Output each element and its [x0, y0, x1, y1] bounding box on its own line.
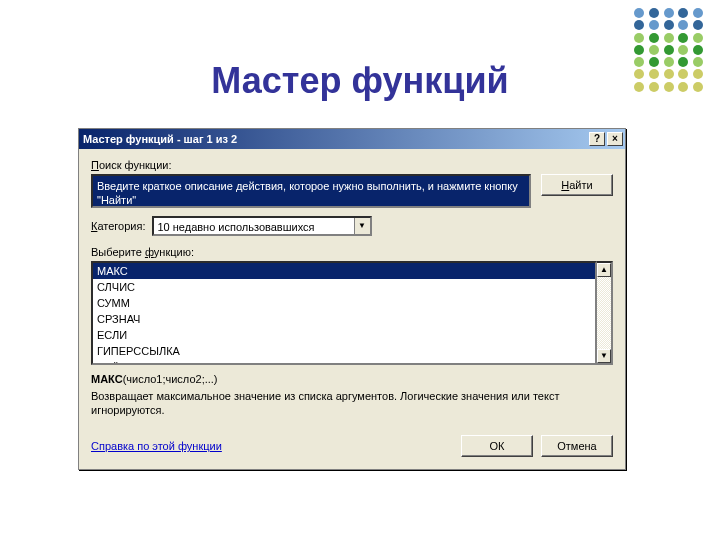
category-label: Категория:	[91, 220, 146, 232]
search-input[interactable]: Введите краткое описание действия, котор…	[91, 174, 531, 208]
list-item[interactable]: ЕСЛИ	[93, 327, 595, 343]
function-description: Возвращает максимальное значение из спис…	[91, 389, 613, 417]
dialog-title: Мастер функций - шаг 1 из 2	[83, 133, 237, 145]
help-link[interactable]: Справка по этой функции	[91, 440, 222, 452]
close-icon[interactable]: ×	[607, 132, 623, 146]
scroll-track[interactable]	[597, 277, 611, 349]
function-wizard-dialog: Мастер функций - шаг 1 из 2 ? × Поиск фу…	[78, 128, 626, 470]
ok-button[interactable]: ОК	[461, 435, 533, 457]
scrollbar[interactable]: ▲ ▼	[597, 261, 613, 365]
scroll-up-icon[interactable]: ▲	[597, 263, 611, 277]
list-item[interactable]: СРЗНАЧ	[93, 311, 595, 327]
list-item[interactable]: СЧЁТ	[93, 359, 595, 365]
list-item[interactable]: МАКС	[93, 263, 595, 279]
select-function-label: Выберите функцию:	[91, 246, 613, 258]
list-item[interactable]: ГИПЕРССЫЛКА	[93, 343, 595, 359]
search-label: Поиск функции:	[91, 159, 613, 171]
titlebar[interactable]: Мастер функций - шаг 1 из 2 ? ×	[79, 129, 625, 149]
cancel-button[interactable]: Отмена	[541, 435, 613, 457]
category-combo[interactable]: 10 недавно использовавшихся ▼	[152, 216, 372, 236]
chevron-down-icon[interactable]: ▼	[354, 218, 370, 234]
find-button[interactable]: Найти	[541, 174, 613, 196]
function-syntax: МАКС(число1;число2;...)	[91, 373, 613, 385]
list-item[interactable]: СУММ	[93, 295, 595, 311]
scroll-down-icon[interactable]: ▼	[597, 349, 611, 363]
slide-title: Мастер функций	[0, 60, 720, 102]
decorative-dots	[630, 0, 710, 100]
category-value: 10 недавно использовавшихся	[154, 218, 354, 234]
function-listbox[interactable]: МАКС СЛЧИС СУММ СРЗНАЧ ЕСЛИ ГИПЕРССЫЛКА …	[91, 261, 597, 365]
help-icon[interactable]: ?	[589, 132, 605, 146]
list-item[interactable]: СЛЧИС	[93, 279, 595, 295]
